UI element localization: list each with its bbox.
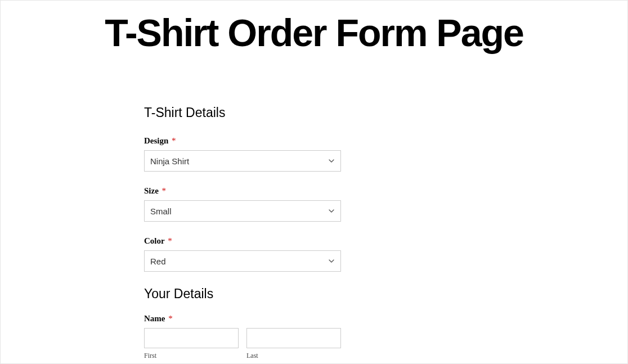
required-asterisk: *: [168, 314, 173, 323]
required-asterisk: *: [172, 136, 176, 145]
label-design: Design *: [144, 136, 341, 146]
select-size[interactable]: Small: [144, 200, 341, 222]
select-design[interactable]: Ninja Shirt: [144, 150, 341, 172]
field-size: Size * Small: [144, 186, 341, 222]
sublabel-last: Last: [246, 352, 341, 360]
label-design-text: Design: [144, 136, 168, 145]
label-size-text: Size: [144, 186, 159, 195]
section-heading-your-details: Your Details: [144, 286, 341, 302]
required-asterisk: *: [168, 236, 172, 245]
order-form: T-Shirt Details Design * Ninja Shirt Siz…: [144, 105, 341, 360]
sublabel-first: First: [144, 352, 239, 360]
section-heading-tshirt-details: T-Shirt Details: [144, 105, 341, 120]
field-name: Name * First Last: [144, 314, 341, 360]
name-inputs-row: First Last: [144, 328, 341, 360]
select-color[interactable]: Red: [144, 250, 341, 272]
field-color: Color * Red: [144, 236, 341, 272]
label-size: Size *: [144, 186, 341, 196]
field-design: Design * Ninja Shirt: [144, 136, 341, 172]
required-asterisk: *: [162, 186, 167, 195]
name-last-col: Last: [246, 328, 341, 360]
label-name-text: Name: [144, 314, 165, 323]
label-color: Color *: [144, 236, 341, 246]
input-last-name[interactable]: [246, 328, 341, 348]
label-name: Name *: [144, 314, 341, 323]
name-first-col: First: [144, 328, 239, 360]
page-title: T-Shirt Order Form Page: [1, 1, 627, 55]
input-first-name[interactable]: [144, 328, 239, 348]
label-color-text: Color: [144, 236, 164, 245]
